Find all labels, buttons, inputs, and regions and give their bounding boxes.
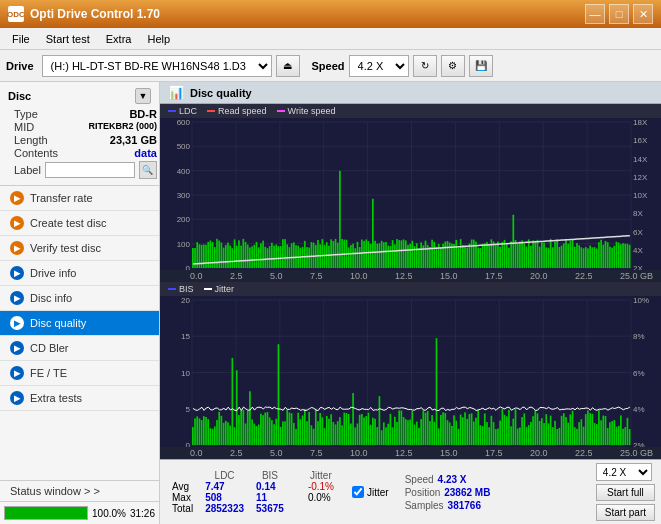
nav-item-cd-bler[interactable]: ▶ CD Bler	[0, 336, 159, 361]
nav-label-disc-quality: Disc quality	[30, 317, 86, 329]
nav-icon-disc-quality: ▶	[10, 316, 24, 330]
speed-label: Speed	[312, 60, 345, 72]
speed-select[interactable]: 4.2 X	[349, 55, 409, 77]
legend-bis: BIS	[168, 284, 194, 294]
max-label: Max	[166, 492, 199, 503]
menu-bar: File Start test Extra Help	[0, 28, 661, 50]
nav-icon-cd-bler: ▶	[10, 341, 24, 355]
disc-info-panel: Disc ▼ Type BD-R MID	[0, 82, 159, 186]
mid-value: RITEKBR2 (000)	[88, 121, 157, 133]
max-ldc: 508	[199, 492, 250, 503]
start-buttons: 4.2 X Start full Start part	[596, 463, 655, 521]
bottom-legend: BIS Jitter	[160, 282, 661, 296]
chart-panel: 📊 Disc quality LDC Read speed	[160, 82, 661, 524]
jitter-checkbox[interactable]	[352, 486, 364, 498]
speed-info: Speed 4.23 X Position 23862 MB Samples 3…	[405, 474, 491, 511]
jitter-checkbox-row: Jitter	[352, 486, 389, 498]
app-icon: ODC	[8, 6, 24, 22]
nav-label-fe-te: FE / TE	[30, 367, 67, 379]
menu-extra[interactable]: Extra	[98, 28, 140, 49]
type-label: Type	[14, 108, 38, 120]
nav-item-create-test-disc[interactable]: ▶ Create test disc	[0, 211, 159, 236]
maximize-button[interactable]: □	[609, 4, 629, 24]
nav-item-disc-info[interactable]: ▶ Disc info	[0, 286, 159, 311]
nav-icon-drive-info: ▶	[10, 266, 24, 280]
label-search-btn[interactable]: 🔍	[139, 161, 157, 179]
start-part-button[interactable]: Start part	[596, 504, 655, 521]
status-bar: Status window > > 100.0% 31:26	[0, 480, 159, 524]
charts-container: LDC Read speed Write speed	[160, 104, 661, 524]
jitter-checkbox-label: Jitter	[367, 487, 389, 498]
legend-bis-label: BIS	[179, 284, 194, 294]
save-button[interactable]: 💾	[469, 55, 493, 77]
disc-section-label: Disc	[8, 90, 31, 102]
stats-table: LDC BIS Jitter Avg 7.47 0.14 -0.1% Max	[166, 470, 340, 514]
nav-item-verify-test-disc[interactable]: ▶ Verify test disc	[0, 236, 159, 261]
max-bis: 11	[250, 492, 290, 503]
top-legend: LDC Read speed Write speed	[160, 104, 661, 118]
nav-item-transfer-rate[interactable]: ▶ Transfer rate	[0, 186, 159, 211]
bottom-chart-area: BIS Jitter 0.02.55.07.510.012.515.017.52…	[160, 282, 661, 459]
length-value: 23,31 GB	[110, 134, 157, 146]
eject-button[interactable]: ⏏	[276, 55, 300, 77]
top-x-axis: 0.02.55.07.510.012.515.017.520.022.525.0…	[160, 270, 661, 282]
avg-ldc: 7.47	[199, 481, 250, 492]
col-bis: BIS	[250, 470, 290, 481]
legend-jitter: Jitter	[204, 284, 235, 294]
chart-icon: 📊	[168, 85, 184, 100]
col-ldc: LDC	[199, 470, 250, 481]
avg-jitter: -0.1%	[302, 481, 340, 492]
nav-label-verify-test-disc: Verify test disc	[30, 242, 101, 254]
chart-title: Disc quality	[190, 87, 252, 99]
legend-write-speed: Write speed	[277, 106, 336, 116]
settings-button[interactable]: ⚙	[441, 55, 465, 77]
nav-label-disc-info: Disc info	[30, 292, 72, 304]
speed-combo-select[interactable]: 4.2 X	[596, 463, 652, 481]
legend-ldc: LDC	[168, 106, 197, 116]
progress-bar-inner	[5, 507, 87, 519]
jitter-section: Jitter	[352, 486, 389, 498]
window-controls: — □ ✕	[585, 4, 653, 24]
legend-jitter-label: Jitter	[215, 284, 235, 294]
position-label: Position	[405, 487, 441, 498]
nav-label-create-test-disc: Create test disc	[30, 217, 106, 229]
bottom-chart-canvas	[160, 296, 661, 447]
bottom-chart-canvas-container	[160, 296, 661, 447]
progress-bar-outer	[4, 506, 88, 520]
menu-file[interactable]: File	[4, 28, 38, 49]
nav-icon-verify-test-disc: ▶	[10, 241, 24, 255]
top-chart-canvas	[160, 118, 661, 270]
nav-item-drive-info[interactable]: ▶ Drive info	[0, 261, 159, 286]
col-jitter-header: Jitter	[302, 470, 340, 481]
nav-icon-disc-info: ▶	[10, 291, 24, 305]
nav-icon-fe-te: ▶	[10, 366, 24, 380]
max-jitter: 0.0%	[302, 492, 340, 503]
stats-panel: LDC BIS Jitter Avg 7.47 0.14 -0.1% Max	[160, 459, 661, 524]
menu-start-test[interactable]: Start test	[38, 28, 98, 49]
nav-item-extra-tests[interactable]: ▶ Extra tests	[0, 386, 159, 411]
label-input[interactable]	[45, 162, 135, 178]
samples-label: Samples	[405, 500, 444, 511]
position-value: 23862 MB	[444, 487, 490, 498]
total-ldc: 2852323	[199, 503, 250, 514]
app-title: Opti Drive Control 1.70	[30, 7, 160, 21]
nav-item-fe-te[interactable]: ▶ FE / TE	[0, 361, 159, 386]
label-label: Label	[14, 164, 41, 176]
nav-item-disc-quality[interactable]: ▶ Disc quality	[0, 311, 159, 336]
drive-select[interactable]: (H:) HL-DT-ST BD-RE WH16NS48 1.D3	[42, 55, 272, 77]
length-label: Length	[14, 134, 48, 146]
legend-read-speed: Read speed	[207, 106, 267, 116]
menu-help[interactable]: Help	[139, 28, 178, 49]
status-window-btn[interactable]: Status window > >	[0, 481, 159, 502]
nav-label-drive-info: Drive info	[30, 267, 76, 279]
contents-label: Contents	[14, 147, 58, 159]
start-full-button[interactable]: Start full	[596, 484, 655, 501]
minimize-button[interactable]: —	[585, 4, 605, 24]
sidebar-nav: ▶ Transfer rate ▶ Create test disc ▶ Ver…	[0, 186, 159, 480]
refresh-button[interactable]: ↻	[413, 55, 437, 77]
legend-ldc-label: LDC	[179, 106, 197, 116]
samples-value: 381766	[448, 500, 481, 511]
close-button[interactable]: ✕	[633, 4, 653, 24]
disc-options-btn[interactable]: ▼	[135, 88, 151, 104]
top-chart-canvas-container	[160, 118, 661, 270]
